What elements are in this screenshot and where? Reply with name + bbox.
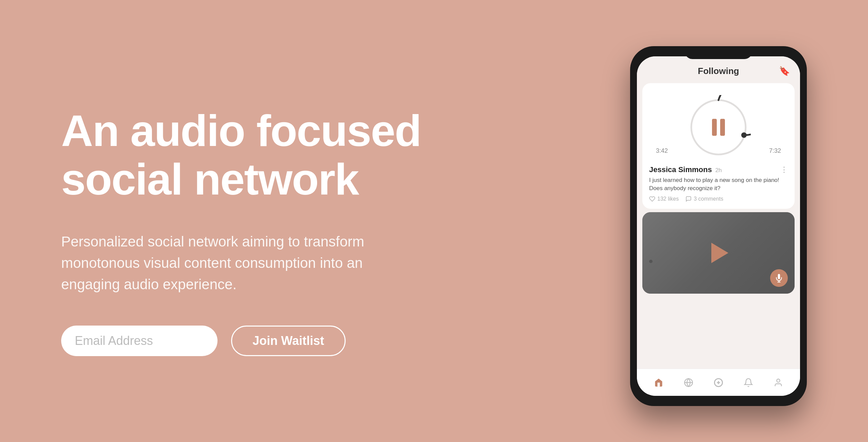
home-svg-icon (654, 378, 663, 387)
pause-bar-left (712, 119, 717, 136)
heading-line1: An audio focused (61, 106, 421, 155)
nav-globe-icon[interactable] (682, 376, 695, 389)
audio-caption: I just learned how to play a new song on… (649, 176, 788, 192)
comments-action[interactable]: 3 comments (685, 196, 723, 202)
audio-circle-container: 3:42 7:32 (649, 93, 788, 161)
pause-icon (712, 119, 725, 136)
phone-notch (684, 46, 752, 59)
phone-header: Following 🔖 (637, 56, 800, 80)
email-input[interactable] (61, 326, 218, 356)
comment-icon (685, 196, 692, 202)
mic-icon (775, 274, 783, 282)
audio-time-ago: 2h (715, 167, 722, 174)
audio-actions: 132 likes 3 comments (649, 196, 788, 202)
heart-icon (649, 196, 655, 202)
mic-button[interactable] (770, 269, 788, 287)
person-svg-icon (774, 378, 783, 387)
plus-svg-icon (714, 378, 723, 387)
globe-svg-icon (684, 378, 693, 387)
pause-bar-right (720, 119, 725, 136)
play-button[interactable] (709, 243, 728, 263)
time-left: 3:42 (656, 147, 668, 154)
subheading: Personalized social network aiming to tr… (61, 231, 367, 295)
heading-line2: social network (61, 154, 359, 204)
phone-screen: Following 🔖 (637, 56, 800, 396)
nav-plus-icon[interactable] (712, 376, 725, 389)
nav-home-icon[interactable] (652, 376, 665, 389)
nav-profile-icon[interactable] (771, 376, 785, 389)
likes-count: 132 likes (657, 196, 679, 202)
main-heading: An audio focused social network (61, 107, 435, 204)
phone-bottom-nav (637, 369, 800, 396)
time-right: 7:32 (769, 147, 781, 154)
audio-username: Jessica Simmons (649, 165, 712, 174)
bookmark-icon: 🔖 (779, 66, 790, 76)
more-options-icon[interactable]: ⋮ (780, 165, 788, 174)
cta-row: Join Waitlist (61, 326, 435, 356)
video-card (642, 212, 795, 294)
phone-header-title: Following (698, 66, 739, 76)
join-waitlist-button[interactable]: Join Waitlist (231, 326, 346, 356)
page-container: An audio focused social network Personal… (0, 0, 868, 442)
svg-point-9 (777, 379, 780, 382)
likes-action[interactable]: 132 likes (649, 196, 679, 202)
audio-card: 3:42 7:32 Jessica Simmons 2h ⋮ I just le… (642, 83, 795, 209)
comments-count: 3 comments (694, 196, 723, 202)
audio-user-row: Jessica Simmons 2h ⋮ (649, 165, 788, 174)
bell-svg-icon (744, 378, 753, 387)
dot-indicator (649, 260, 653, 263)
phone-outer: Following 🔖 (630, 46, 807, 406)
phone-mockup-container: Following 🔖 (623, 39, 814, 413)
svg-point-1 (741, 132, 747, 138)
left-section: An audio focused social network Personal… (61, 86, 435, 356)
nav-bell-icon[interactable] (742, 376, 755, 389)
play-triangle-icon (711, 243, 728, 263)
